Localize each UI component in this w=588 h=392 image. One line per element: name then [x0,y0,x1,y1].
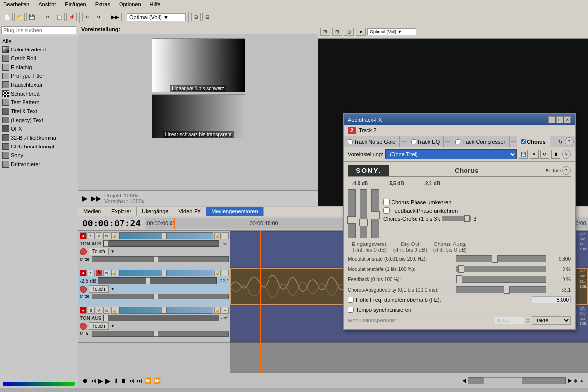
toolbar-open[interactable]: 📂 [14,13,25,21]
track2-pan-thumb[interactable] [162,270,167,276]
scroll-thumb[interactable] [483,377,522,384]
transport-ffwd[interactable]: ⏩ [144,377,151,384]
track1-fader-slider[interactable] [92,256,229,262]
preset-dropdown[interactable]: (Ohne Titel) [385,149,517,159]
scroll-left-btn[interactable]: ◀ [462,377,466,384]
toolbar-cut[interactable]: ✂ [43,13,52,21]
param-4-thumb[interactable] [504,286,510,294]
plugin-schach[interactable]: Schachbrett [1,89,77,98]
period-input[interactable] [495,317,524,324]
preview-play-btn[interactable]: ▶ [82,195,88,202]
track3-pan-lock[interactable]: 🔒 [214,307,221,314]
chorus-checkbox[interactable] [521,139,526,144]
track2-solo-btn[interactable]: S [88,270,95,276]
audiofx-close-btn[interactable]: ✕ [564,116,571,123]
hohefreq-value[interactable]: 5.000 [532,296,571,303]
preview-fast-forward[interactable]: ▶▶ [91,195,101,202]
track1-fx-btn[interactable]: fx [103,232,110,239]
tab-explorer[interactable]: Explorer [106,207,137,216]
transport-pause[interactable]: ⏸ [113,377,119,384]
transport-next[interactable]: ⏭ [136,377,142,384]
track1-mute-btn[interactable]: M [96,232,102,239]
plugin-test[interactable]: Test Pattern [1,98,77,107]
fader-1-track[interactable] [348,189,356,238]
tab-mediengeneratoren[interactable]: Mediengeneratoren [206,207,263,216]
period-spinners[interactable]: ▲ ▼ [526,317,530,324]
monitor-btn4[interactable]: ● [356,28,366,36]
compressor-checkbox[interactable] [455,139,460,144]
chorus-size-slider[interactable] [442,216,471,221]
track2-fader-slider[interactable] [92,294,229,299]
menu-extras[interactable]: Extras [94,1,112,8]
track1-vol-thumb[interactable] [104,240,109,247]
track1-touch-btn[interactable]: Touch [89,248,109,255]
menu-ansicht[interactable]: Ansicht [37,1,57,8]
toolbar-btn2[interactable]: ⊟ [202,13,212,21]
preset-reset-btn[interactable]: ↺ [540,150,549,159]
param-1-slider[interactable] [456,255,546,262]
track3-pan-thumb[interactable] [162,307,167,314]
track3-solo-btn[interactable]: S [88,307,95,314]
plugin-ofx[interactable]: OFX [1,124,77,133]
track3-touch-arrow[interactable]: ▼ [111,324,115,328]
toolbar-copy[interactable]: 📋 [54,13,65,21]
plugin-titel[interactable]: Titel & Text [1,107,77,116]
track3-pan-slider[interactable] [119,307,213,314]
param-4-slider[interactable] [456,286,546,293]
plugin-protype[interactable]: ProType Titler [1,72,77,80]
track1-pan-thumb[interactable] [162,232,167,239]
track3-mute-btn[interactable]: M [96,307,102,314]
track2-fader-thumb[interactable] [153,294,158,299]
track1-fader-thumb[interactable] [153,256,158,262]
menu-hilfe[interactable]: Hilfe [148,1,162,8]
feedback-phase-checkbox[interactable] [383,207,390,214]
plugin-gpu[interactable]: GPU-beschleunigt [1,142,77,151]
transport-rewind[interactable]: ⏮ [90,377,96,384]
track3-fader-slider[interactable] [92,331,229,337]
tempo-checkbox[interactable] [348,307,354,313]
plugin-32bit[interactable]: 32-Bit-Fließkomma [1,133,77,142]
track2-pan-lock[interactable]: 🔒 [214,270,221,276]
plugin-color-gradient[interactable]: Color Gradient [1,45,77,54]
param-3-thumb[interactable] [456,275,462,283]
preset-info-btn[interactable]: ? [562,150,571,159]
track3-fader-thumb[interactable] [153,331,158,337]
menu-bearbeiten[interactable]: Bearbeiten [2,1,31,8]
monitor-btn2[interactable]: ⊟ [332,28,342,36]
toolbar-paste[interactable]: 📌 [66,13,77,21]
track2-record-btn[interactable]: ● [80,270,87,276]
track1-solo-btn[interactable]: S [88,232,95,239]
fader-2-thumb[interactable] [359,219,368,226]
audiofx-minimize-btn[interactable]: _ [548,116,555,123]
tab-uebergaenge[interactable]: Übergänge [137,207,173,216]
track1-pan-lock[interactable]: 🔒 [214,232,221,239]
audiofx-maximize-btn[interactable]: □ [556,116,563,123]
track2-lock-btn[interactable]: 🔒 [111,270,118,276]
scroll-bar[interactable] [468,377,566,384]
track2-env-btn[interactable]: ~ [222,270,229,276]
toolbar-render[interactable]: ▶▶ [109,13,122,21]
menu-optionen[interactable]: Optionen [118,1,143,8]
chorus-phase-checkbox[interactable] [383,199,390,205]
track1-env-btn[interactable]: ~ [222,232,229,239]
refresh-icon[interactable]: ↻ [556,138,564,146]
chorus-refresh-icon[interactable]: ↻ [544,167,552,174]
scroll-right-btn[interactable]: ▶ [568,377,572,384]
plugin-rausch[interactable]: Rauschtextur [1,80,77,89]
param-3-slider[interactable] [456,276,546,283]
period-unit-dropdown[interactable]: Takte [532,316,571,325]
toolbar-new[interactable]: 📄 [2,13,13,21]
plugin-credit-roll[interactable]: Credit Roll [1,54,77,63]
track3-record-btn[interactable]: ● [80,307,87,314]
preview-thumb-2[interactable]: Linear schwarz bis transparent [152,94,245,138]
fader-1-thumb[interactable] [347,216,356,224]
track1-record-btn[interactable]: ● [80,232,87,239]
transport-stop[interactable]: ⏹ [121,377,126,384]
toolbar-btn1[interactable]: ⊞ [191,13,201,21]
audiofx-tab-eq[interactable]: Track EQ [407,136,444,147]
transport-play[interactable]: ▶ [98,377,103,385]
menu-einfuegen[interactable]: Einfügen [63,1,87,8]
chorus-info-btn[interactable]: ? [562,166,571,175]
preset-bypass-btn[interactable]: ⏸ [551,150,560,159]
transport-record[interactable]: ⏺ [82,377,88,384]
